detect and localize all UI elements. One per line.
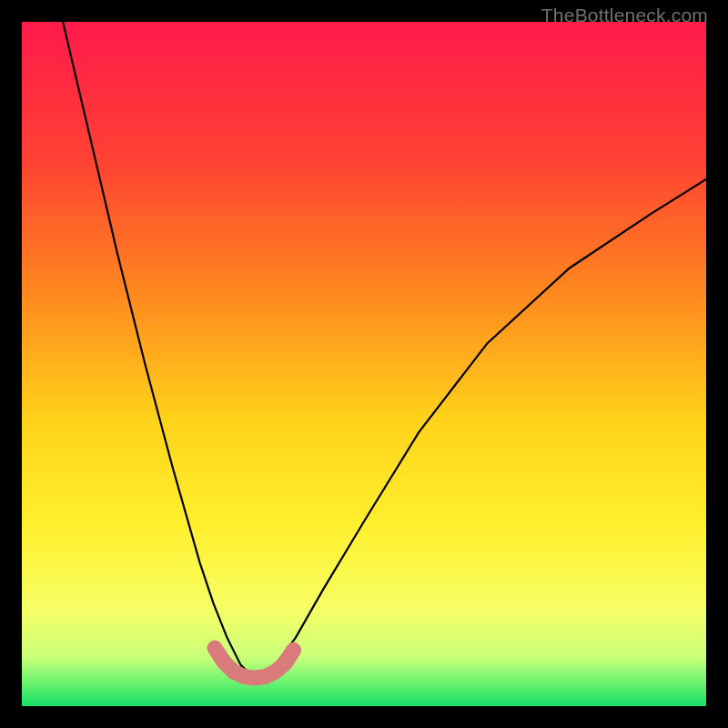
gradient-background bbox=[22, 22, 706, 706]
optimal-range-dot-right bbox=[287, 642, 301, 657]
chart-frame bbox=[22, 22, 706, 706]
bottleneck-chart bbox=[22, 22, 706, 706]
optimal-range-dot-left bbox=[207, 641, 222, 655]
